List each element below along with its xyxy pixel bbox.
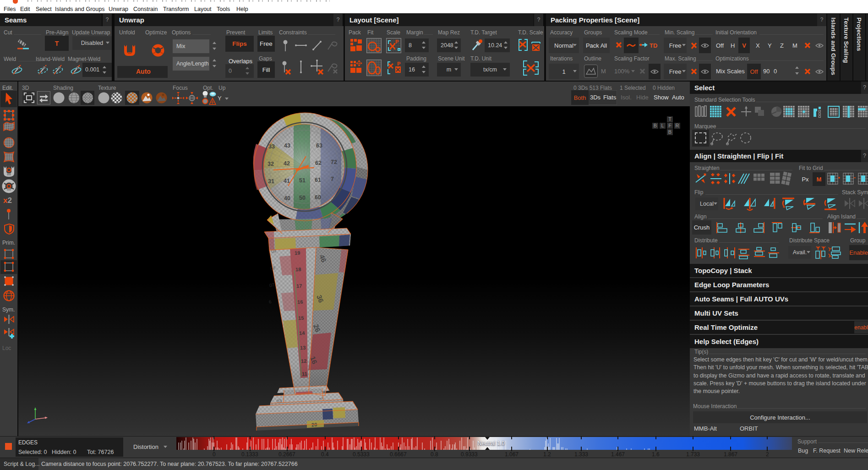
svg-text:P: P	[397, 61, 400, 66]
svg-text:63: 63	[316, 142, 322, 149]
svg-text:60: 60	[315, 194, 321, 201]
svg-text:32: 32	[267, 161, 274, 167]
svg-text:40: 40	[284, 195, 290, 202]
svg-text:41: 41	[284, 178, 290, 184]
svg-text:43: 43	[284, 142, 290, 149]
svg-text:P: P	[395, 39, 399, 44]
svg-text:62: 62	[315, 160, 322, 166]
svg-text:61: 61	[315, 177, 321, 183]
svg-text:31: 31	[268, 178, 274, 185]
svg-text:50: 50	[299, 195, 306, 201]
svg-text:51: 51	[299, 177, 306, 184]
svg-text:07: 07	[269, 282, 275, 288]
svg-text:6: 6	[268, 299, 272, 305]
svg-text:42: 42	[284, 160, 290, 167]
svg-text:72: 72	[331, 159, 337, 165]
svg-text:7: 7	[331, 176, 334, 182]
svg-text:33: 33	[268, 143, 275, 150]
